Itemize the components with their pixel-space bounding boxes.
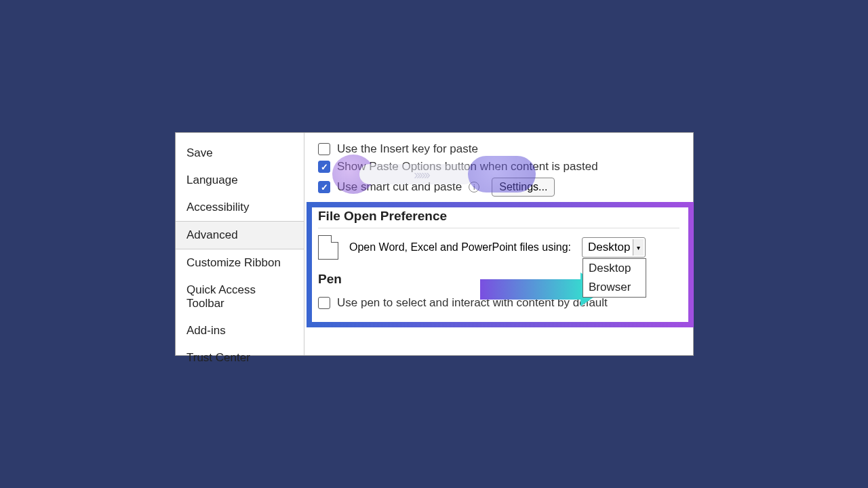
insert-key-checkbox[interactable] [318,143,330,155]
file-open-dropdown[interactable]: Desktop ▾ Desktop Browser [582,237,646,258]
pen-checkbox[interactable] [318,297,330,309]
file-open-dropdown-menu: Desktop Browser [583,258,646,298]
paste-options-label: Show Paste Options button when content i… [337,160,598,174]
smart-cut-paste-row: ✓ Use smart cut and paste i Settings... [318,178,679,197]
pen-checkbox-label: Use pen to select and interact with cont… [337,296,608,310]
open-files-row: Open Word, Excel and PowerPoint files us… [318,235,679,260]
options-sidebar: Save Language Accessibility Advanced Cus… [176,133,304,355]
paste-options-checkbox[interactable]: ✓ [318,161,330,173]
settings-button[interactable]: Settings... [492,178,555,197]
sidebar-item-language[interactable]: Language [176,167,304,194]
sidebar-item-accessibility[interactable]: Accessibility [176,194,304,221]
sidebar-item-customize-ribbon[interactable]: Customize Ribbon [176,249,304,277]
open-files-label: Open Word, Excel and PowerPoint files us… [349,241,571,253]
options-content: Use the Insert key for paste ✓ Show Past… [304,133,693,355]
options-dialog: Save Language Accessibility Advanced Cus… [175,132,694,356]
dropdown-selected: Desktop [588,241,630,253]
sidebar-item-advanced[interactable]: Advanced [176,221,304,249]
paste-options-row: ✓ Show Paste Options button when content… [318,160,679,174]
sidebar-item-quick-access-toolbar[interactable]: Quick Access Toolbar [176,277,304,317]
insert-key-row: Use the Insert key for paste [318,142,679,156]
sidebar-item-add-ins[interactable]: Add-ins [176,317,304,344]
pen-checkbox-row: Use pen to select and interact with cont… [318,296,679,310]
insert-key-label: Use the Insert key for paste [337,142,478,156]
chevron-down-icon: ▾ [633,239,644,256]
sidebar-item-save[interactable]: Save [176,140,304,167]
file-icon [318,235,338,260]
smart-cut-paste-checkbox[interactable]: ✓ [318,181,330,193]
sidebar-item-trust-center[interactable]: Trust Center [176,344,304,371]
smart-cut-paste-label: Use smart cut and paste [337,180,462,194]
dropdown-option-browser[interactable]: Browser [583,278,646,297]
file-open-preference-title: File Open Preference [318,209,679,228]
dropdown-option-desktop[interactable]: Desktop [583,259,646,278]
info-icon[interactable]: i [469,182,479,192]
